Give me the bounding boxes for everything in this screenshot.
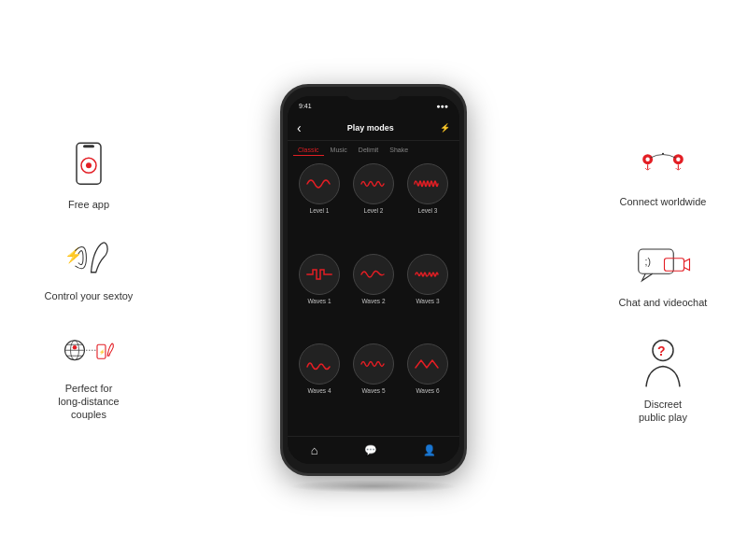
feature-control: ⚡ Control your sextoy [28, 231, 149, 303]
svg-point-10 [73, 345, 78, 350]
mode-label-waves3: Waves 3 [416, 298, 439, 304]
svg-rect-1 [83, 145, 94, 147]
svg-point-18 [662, 152, 664, 154]
phone-body: 9:41 ●●● ‹ Play modes ⚡ Classic Music De… [280, 84, 467, 476]
screen-title: Play modes [347, 123, 394, 133]
nav-bar: ‹ Play modes ⚡ [288, 115, 459, 141]
home-icon[interactable]: ⌂ [311, 443, 318, 457]
mode-waves4[interactable]: Waves 4 [295, 343, 344, 428]
mode-waves3[interactable]: Waves 3 [403, 254, 452, 339]
mode-label-waves4: Waves 4 [307, 387, 331, 394]
mode-label-level2: Level 2 [364, 207, 384, 214]
tabs-bar: Classic Music Delimit Shake [288, 141, 459, 156]
mode-label-waves1: Waves 1 [307, 298, 331, 304]
feature-free-app-label: Free app [68, 198, 109, 211]
status-signal: ●●● [436, 103, 448, 109]
svg-text:⚡: ⚡ [64, 246, 83, 264]
mode-label-level1: Level 1 [310, 207, 330, 214]
feature-long-distance: ⚡ Perfect for long-distance couples [28, 322, 149, 422]
mode-level3[interactable]: Level 3 [403, 163, 452, 248]
chat-icon[interactable]: 💬 [364, 444, 377, 456]
connect-icon [635, 135, 691, 191]
feature-discreet-label: Discreet public play [639, 398, 687, 425]
bottom-nav: ⌂ 💬 👤 [288, 436, 459, 464]
chat-feature-icon: ;) [635, 237, 691, 293]
tab-delimit[interactable]: Delimit [354, 145, 383, 156]
phone-screen: 9:41 ●●● ‹ Play modes ⚡ Classic Music De… [288, 96, 459, 464]
mode-level1[interactable]: Level 1 [295, 163, 344, 248]
mode-waves1[interactable]: Waves 1 [295, 254, 344, 339]
feature-discreet: ? Discreet public play [598, 338, 728, 425]
right-features: Connect worldwide ;) Chat and videochat [598, 135, 728, 424]
mode-waves6[interactable]: Waves 6 [403, 343, 452, 428]
tab-shake[interactable]: Shake [385, 145, 413, 156]
profile-icon[interactable]: 👤 [423, 444, 436, 456]
feature-connect-label: Connect worldwide [620, 195, 707, 208]
mode-grid: Level 1 Level 2 [288, 156, 459, 436]
long-distance-icon: ⚡ [61, 322, 117, 378]
mode-label-waves2: Waves 2 [361, 298, 385, 304]
feature-chat: ;) Chat and videochat [598, 237, 728, 310]
control-icon: ⚡ [61, 231, 117, 287]
mode-label-level3: Level 3 [418, 207, 438, 214]
svg-point-17 [676, 157, 680, 161]
phone-mockup: 9:41 ●●● ‹ Play modes ⚡ Classic Music De… [280, 84, 467, 476]
mode-label-waves6: Waves 6 [416, 387, 439, 394]
feature-connect: Connect worldwide [598, 135, 728, 208]
svg-text:⚡: ⚡ [99, 349, 106, 356]
discreet-icon: ? [635, 338, 691, 394]
tab-classic[interactable]: Classic [293, 145, 324, 156]
mode-level2[interactable]: Level 2 [349, 163, 398, 248]
feature-control-label: Control your sextoy [45, 290, 134, 303]
svg-rect-19 [639, 249, 674, 273]
feature-chat-label: Chat and videochat [619, 297, 708, 310]
status-time: 9:41 [299, 103, 312, 109]
free-app-icon [61, 138, 117, 194]
svg-rect-21 [665, 259, 684, 272]
left-features: Free app ⚡ Control your sextoy [28, 138, 149, 421]
bluetooth-nav-icon: ⚡ [440, 123, 450, 133]
tab-music[interactable]: Music [326, 145, 352, 156]
phone-notch [345, 87, 402, 100]
svg-text:;): ;) [645, 256, 651, 267]
svg-point-3 [86, 162, 92, 168]
back-button[interactable]: ‹ [297, 120, 302, 135]
svg-text:?: ? [657, 344, 666, 359]
mode-waves2[interactable]: Waves 2 [349, 254, 398, 339]
svg-point-15 [645, 157, 649, 161]
mode-waves5[interactable]: Waves 5 [349, 343, 398, 428]
feature-long-distance-label: Perfect for long-distance couples [58, 382, 119, 422]
feature-free-app: Free app [28, 138, 149, 211]
mode-label-waves5: Waves 5 [361, 387, 385, 394]
